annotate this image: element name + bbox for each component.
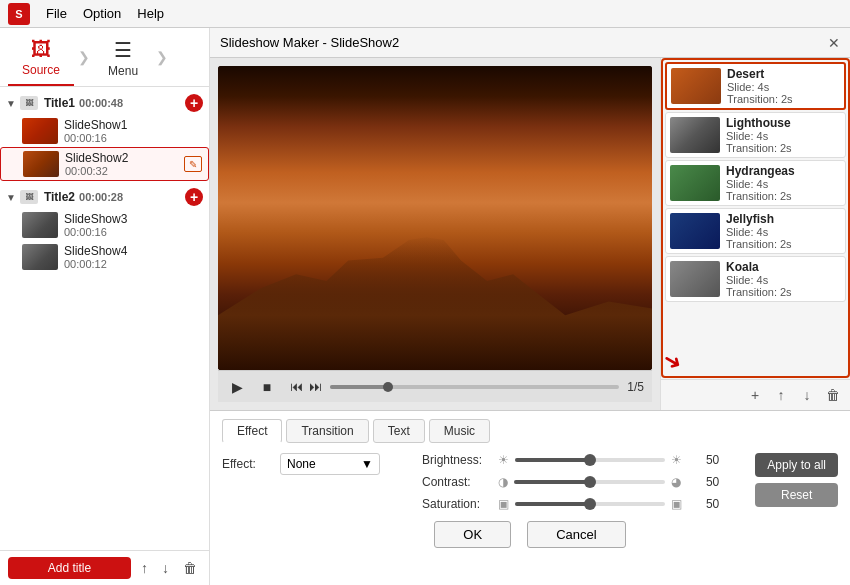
slide-delete-button[interactable]: 🗑: [822, 384, 844, 406]
slide-thumb-desert: [671, 68, 721, 104]
apply-all-button[interactable]: Apply to all: [755, 453, 838, 477]
slide-trans-desert: Transition: 2s: [727, 93, 793, 105]
contrast-icon-right: ◕: [671, 475, 687, 489]
play-button[interactable]: ▶: [226, 376, 248, 398]
slide-info-koala: Koala Slide: 4s Transition: 2s: [726, 260, 792, 298]
tree-list: ▼ 🖼 Title1 00:00:48 + SlideShow1 00:00:1…: [0, 87, 209, 550]
menu-bar: S File Option Help: [0, 0, 850, 28]
tab-menu[interactable]: ☰ Menu: [94, 34, 152, 86]
stop-button[interactable]: ■: [256, 376, 278, 398]
item-name-slideshow4: SlideShow4: [64, 244, 203, 258]
thumb-slideshow2: [23, 151, 59, 177]
slide-trans-koala: Transition: 2s: [726, 286, 792, 298]
tab-effect[interactable]: Effect: [222, 419, 282, 443]
next-icon[interactable]: ⏭: [309, 379, 322, 394]
saturation-thumb[interactable]: [584, 498, 596, 510]
group-name-title1: Title1: [44, 96, 75, 110]
slide-up-button[interactable]: ↑: [770, 384, 792, 406]
progress-bar[interactable]: [330, 385, 619, 389]
menu-file[interactable]: File: [46, 6, 67, 21]
item-time-slideshow1: 00:00:16: [64, 132, 203, 144]
brightness-icon-left: ☀: [498, 453, 509, 467]
tree-item-slideshow4[interactable]: SlideShow4 00:00:12: [0, 241, 209, 273]
app-logo: S: [8, 3, 30, 25]
move-down-icon[interactable]: ↓: [158, 558, 173, 578]
group-icon-title2: 🖼: [20, 190, 38, 204]
brightness-fill: [515, 458, 590, 462]
slide-thumb-hydrangeas: [670, 165, 720, 201]
brightness-thumb[interactable]: [584, 454, 596, 466]
cancel-button[interactable]: Cancel: [527, 521, 625, 548]
slide-slide-lighthouse: Slide: 4s: [726, 130, 792, 142]
group-duration-title1: 00:00:48: [79, 97, 123, 109]
left-panel: 🖼 Source ❯ ☰ Menu ❯ ▼ 🖼 Title1 00:00:48 …: [0, 28, 210, 585]
menu-help[interactable]: Help: [137, 6, 164, 21]
group-duration-title2: 00:00:28: [79, 191, 123, 203]
slide-slide-jellyfish: Slide: 4s: [726, 226, 792, 238]
contrast-label: Contrast:: [422, 475, 492, 489]
saturation-icon-right: ▣: [671, 497, 687, 511]
tree-item-slideshow3[interactable]: SlideShow3 00:00:16: [0, 209, 209, 241]
video-preview: ▶ ■ ⏮ ⏭ 1/5: [210, 58, 660, 410]
contrast-slider[interactable]: [514, 480, 665, 484]
close-button[interactable]: ✕: [828, 35, 840, 51]
effect-left: Effect: None ▼: [222, 453, 402, 511]
brightness-label: Brightness:: [422, 453, 492, 467]
slide-slide-desert: Slide: 4s: [727, 81, 793, 93]
slide-info-hydrangeas: Hydrangeas Slide: 4s Transition: 2s: [726, 164, 795, 202]
slider-row-brightness: Brightness: ☀ ☀ 50: [422, 453, 719, 467]
move-up-icon[interactable]: ↑: [137, 558, 152, 578]
slide-trans-jellyfish: Transition: 2s: [726, 238, 792, 250]
tab-source[interactable]: 🖼 Source: [8, 34, 74, 86]
add-slide-button[interactable]: +: [744, 384, 766, 406]
window-title: Slideshow Maker - SlideShow2: [220, 35, 399, 50]
brightness-value: 50: [693, 453, 719, 467]
tab-menu-label: Menu: [108, 64, 138, 78]
add-title-button[interactable]: Add title: [8, 557, 131, 579]
tab-music[interactable]: Music: [429, 419, 490, 443]
tab-text[interactable]: Text: [373, 419, 425, 443]
expand-icon-title2: ▼: [6, 192, 16, 203]
item-time-slideshow4: 00:00:12: [64, 258, 203, 270]
effect-body: Effect: None ▼ Brightness: ☀: [222, 453, 838, 511]
slide-info-jellyfish: Jellyfish Slide: 4s Transition: 2s: [726, 212, 792, 250]
slide-info-desert: Desert Slide: 4s Transition: 2s: [727, 67, 793, 105]
prev-icon[interactable]: ⏮: [290, 379, 303, 394]
tab-transition[interactable]: Transition: [286, 419, 368, 443]
add-btn-title2[interactable]: +: [185, 188, 203, 206]
right-area: Slideshow Maker - SlideShow2 ✕ ▶ ■ ⏮ ⏭: [210, 28, 850, 585]
saturation-label: Saturation:: [422, 497, 492, 511]
tab-source-label: Source: [22, 63, 60, 77]
tree-item-slideshow1[interactable]: SlideShow1 00:00:16: [0, 115, 209, 147]
slide-item-desert[interactable]: Desert Slide: 4s Transition: 2s: [665, 62, 846, 110]
item-time-slideshow2: 00:00:32: [65, 165, 180, 177]
media-controls: ⏮ ⏭: [290, 379, 322, 394]
slide-down-button[interactable]: ↓: [796, 384, 818, 406]
delete-icon[interactable]: 🗑: [179, 558, 201, 578]
thumb-koala-1: [22, 212, 58, 238]
ok-button[interactable]: OK: [434, 521, 511, 548]
contrast-value: 50: [693, 475, 719, 489]
slide-slide-koala: Slide: 4s: [726, 274, 792, 286]
add-btn-title1[interactable]: +: [185, 94, 203, 112]
slide-name-desert: Desert: [727, 67, 793, 81]
slide-item-hydrangeas[interactable]: Hydrangeas Slide: 4s Transition: 2s: [665, 160, 846, 206]
slide-item-lighthouse[interactable]: Lighthouse Slide: 4s Transition: 2s: [665, 112, 846, 158]
saturation-slider[interactable]: [515, 502, 665, 506]
tree-group-title2[interactable]: ▼ 🖼 Title2 00:00:28 +: [0, 185, 209, 209]
tree-item-slideshow2[interactable]: SlideShow2 00:00:32 ✎: [0, 147, 209, 181]
content-area: ▶ ■ ⏮ ⏭ 1/5: [210, 58, 850, 410]
dropdown-arrow-icon: ▼: [361, 457, 373, 471]
tree-group-title1[interactable]: ▼ 🖼 Title1 00:00:48 +: [0, 91, 209, 115]
page-indicator: 1/5: [627, 380, 644, 394]
menu-option[interactable]: Option: [83, 6, 121, 21]
edit-icon-slideshow2[interactable]: ✎: [184, 156, 202, 172]
effect-select[interactable]: None ▼: [280, 453, 380, 475]
main-layout: 🖼 Source ❯ ☰ Menu ❯ ▼ 🖼 Title1 00:00:48 …: [0, 28, 850, 585]
brightness-slider[interactable]: [515, 458, 665, 462]
slide-item-jellyfish[interactable]: Jellyfish Slide: 4s Transition: 2s: [665, 208, 846, 254]
reset-button[interactable]: Reset: [755, 483, 838, 507]
contrast-thumb[interactable]: [584, 476, 596, 488]
item-time-slideshow3: 00:00:16: [64, 226, 203, 238]
slide-item-koala[interactable]: Koala Slide: 4s Transition: 2s: [665, 256, 846, 302]
